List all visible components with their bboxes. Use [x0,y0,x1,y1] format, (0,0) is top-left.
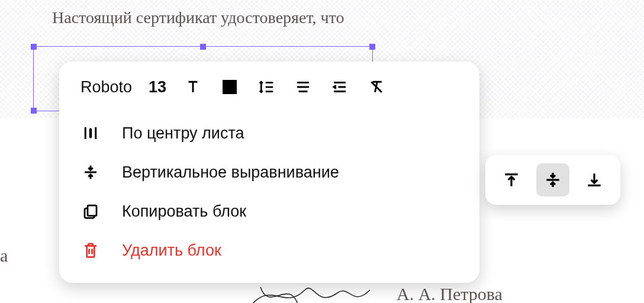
svg-rect-0 [88,205,96,216]
text-style-icon[interactable] [183,77,203,97]
copy-icon [80,201,101,221]
menu-center-on-sheet[interactable]: По центру листа [59,114,479,153]
align-middle-button[interactable] [536,163,569,196]
menu-delete-block[interactable]: Удалить блок [59,231,479,270]
certificate-header-text: Настоящий сертификат удостоверяет, что [52,8,344,27]
vertical-align-flyout [485,155,620,205]
resize-handle-top-center[interactable] [200,44,206,50]
menu-copy-block[interactable]: Копировать блок [59,192,479,231]
signer2-name: А. А. Петрова [397,284,503,303]
text-align-icon[interactable] [293,77,313,97]
align-top-button[interactable] [495,163,528,196]
editor-canvas: Настоящий сертификат удостоверяет, что а… [0,0,644,303]
block-actions-menu: По центру листа Вертикальное выравнивани… [59,109,479,270]
resize-handle-top-left[interactable] [31,44,37,50]
text-block-context-panel: Roboto 13 [59,62,479,283]
center-horizontal-icon [80,123,101,143]
menu-label: Удалить блок [122,241,221,260]
resize-handle-bottom-left[interactable] [31,108,37,114]
menu-label: По центру листа [122,124,244,143]
menu-vertical-align[interactable]: Вертикальное выравнивание [59,153,479,192]
text-format-toolbar: Roboto 13 [59,75,479,109]
clear-formatting-icon[interactable] [366,77,387,97]
cropped-text-left: а [0,246,8,266]
font-family-picker[interactable]: Roboto [80,78,132,96]
vertical-align-icon [80,162,101,182]
menu-label: Вертикальное выравнивание [122,163,339,182]
menu-label: Копировать блок [122,202,246,221]
align-bottom-button[interactable] [578,163,611,196]
trash-icon [80,240,101,260]
font-size-picker[interactable]: 13 [149,78,166,96]
resize-handle-top-right[interactable] [369,44,375,50]
line-height-icon[interactable] [256,77,276,97]
text-color-icon[interactable] [220,77,240,97]
indent-icon[interactable] [330,77,350,97]
